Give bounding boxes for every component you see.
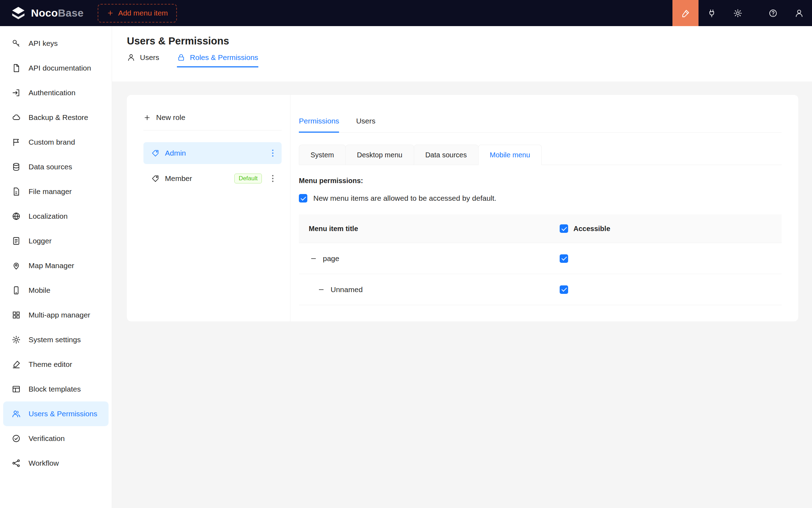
table-row: page — [299, 243, 782, 274]
sidebar-item-label: Map Manager — [29, 261, 74, 270]
question-circle-icon — [768, 8, 778, 18]
highlighter-icon — [681, 8, 690, 18]
logo-text-secondary: Base — [58, 7, 84, 19]
sidebar-item-map-manager[interactable]: Map Manager — [3, 253, 109, 278]
sidebar-item-block-templates[interactable]: Block templates — [3, 377, 109, 401]
sidebar-item-label: Mobile — [29, 286, 50, 295]
role-menu-button[interactable] — [267, 172, 278, 185]
page-tabs: Users Roles & Permissions — [127, 53, 812, 67]
collapse-icon[interactable] — [317, 286, 325, 294]
globe-icon — [12, 212, 21, 221]
sidebar-item-label: Multi-app manager — [29, 311, 90, 319]
sidebar-item-label: File manager — [29, 187, 72, 196]
subtab-mobile-menu[interactable]: Mobile menu — [478, 145, 542, 165]
default-access-label: New menu items are allowed to be accesse… — [313, 194, 496, 202]
file-icon — [12, 187, 21, 196]
column-header-label: Menu item title — [309, 225, 358, 233]
settings-button[interactable] — [725, 0, 751, 26]
sidebar-item-api-keys[interactable]: API keys — [3, 31, 109, 56]
ui-editor-button[interactable] — [672, 0, 699, 26]
gear-icon — [733, 8, 743, 18]
sidebar-item-custom-brand[interactable]: Custom brand — [3, 130, 109, 155]
role-item-admin[interactable]: Admin — [143, 142, 282, 164]
plus-icon — [143, 114, 151, 121]
top-navbar: NocoBase Add menu item — [0, 0, 812, 26]
role-detail-panel: Permissions Users System Desktop menu Da… — [290, 95, 798, 321]
sidebar-item-localization[interactable]: Localization — [3, 204, 109, 229]
tab-users[interactable]: Users — [127, 53, 159, 67]
sidebar-item-api-documentation[interactable]: API documentation — [3, 56, 109, 80]
plugin-manager-button[interactable] — [699, 0, 725, 26]
sidebar-item-file-manager[interactable]: File manager — [3, 179, 109, 204]
sidebar-item-users-permissions[interactable]: Users & Permissions — [3, 401, 109, 426]
nocobase-logo-icon — [11, 5, 26, 21]
sidebar-item-label: Localization — [29, 212, 68, 220]
column-header-label: Accessible — [573, 225, 610, 233]
tab-roles-permissions[interactable]: Roles & Permissions — [177, 53, 258, 67]
sidebar-item-logger[interactable]: Logger — [3, 229, 109, 253]
roles-permissions-card: New role Admin Member Default Permission… — [127, 95, 798, 321]
sidebar-item-label: API documentation — [29, 64, 91, 72]
menu-permissions-table: Menu item title Accessible page — [299, 214, 782, 305]
lock-icon — [177, 53, 185, 62]
tab-permissions[interactable]: Permissions — [299, 117, 339, 133]
default-badge: Default — [234, 174, 262, 183]
plug-icon — [707, 8, 716, 18]
user-icon — [127, 53, 135, 62]
more-vertical-icon — [272, 178, 274, 180]
logo-text-primary: Noco — [31, 7, 58, 19]
users-icon — [12, 409, 21, 418]
subtab-data-sources[interactable]: Data sources — [414, 145, 479, 165]
menu-item-title: Unnamed — [331, 285, 363, 294]
gear-icon — [12, 335, 21, 344]
permission-scope-tabs: System Desktop menu Data sources Mobile … — [299, 145, 782, 165]
plus-icon — [107, 10, 114, 17]
tab-role-users[interactable]: Users — [356, 117, 375, 133]
new-role-label: New role — [156, 113, 185, 122]
accessible-checkbox[interactable] — [560, 254, 568, 263]
collapse-icon[interactable] — [309, 255, 317, 262]
accessible-checkbox[interactable] — [560, 285, 568, 294]
roles-list-panel: New role Admin Member Default — [127, 95, 290, 321]
sidebar-item-multi-app-manager[interactable]: Multi-app manager — [3, 303, 109, 327]
add-menu-item-label: Add menu item — [118, 9, 168, 17]
menu-item-title-cell: Unnamed — [299, 285, 560, 294]
log-file-icon — [12, 236, 21, 246]
sidebar-item-data-sources[interactable]: Data sources — [3, 155, 109, 179]
accessible-cell — [560, 285, 568, 294]
sidebar-item-label: Block templates — [29, 385, 81, 393]
user-icon — [794, 8, 804, 18]
new-role-button[interactable]: New role — [143, 113, 282, 122]
sidebar-item-label: Logger — [29, 237, 51, 245]
subtab-system[interactable]: System — [299, 145, 346, 165]
accessible-all-checkbox[interactable] — [560, 224, 568, 233]
sidebar-item-label: Data sources — [29, 163, 72, 171]
theme-brush-icon — [12, 360, 21, 369]
sidebar-item-label: API keys — [29, 39, 58, 48]
column-menu-item-title: Menu item title — [299, 225, 560, 233]
sidebar-item-verification[interactable]: Verification — [3, 426, 109, 451]
add-menu-item-button[interactable]: Add menu item — [98, 4, 177, 23]
sidebar-item-authentication[interactable]: Authentication — [3, 80, 109, 105]
sidebar-item-theme-editor[interactable]: Theme editor — [3, 352, 109, 377]
sidebar-item-system-settings[interactable]: System settings — [3, 327, 109, 352]
help-button[interactable] — [760, 0, 786, 26]
default-access-checkbox[interactable] — [299, 194, 307, 202]
sidebar-item-backup-restore[interactable]: Backup & Restore — [3, 105, 109, 130]
subtab-desktop-menu[interactable]: Desktop menu — [345, 145, 414, 165]
sidebar-item-label: Authentication — [29, 89, 75, 97]
sidebar-item-label: Backup & Restore — [29, 113, 88, 122]
role-name: Member — [165, 174, 192, 183]
role-detail-tabs: Permissions Users — [299, 95, 782, 133]
sidebar-item-workflow[interactable]: Workflow — [3, 451, 109, 476]
tab-roles-permissions-label: Roles & Permissions — [190, 53, 258, 62]
user-menu-button[interactable] — [786, 0, 812, 26]
role-menu-button[interactable] — [267, 147, 278, 159]
more-vertical-icon — [272, 152, 274, 154]
login-icon — [12, 88, 21, 97]
key-icon — [12, 39, 21, 48]
menu-item-title: page — [323, 254, 339, 263]
nocobase-logo[interactable]: NocoBase — [0, 5, 84, 21]
sidebar-item-mobile[interactable]: Mobile — [3, 278, 109, 303]
role-item-member[interactable]: Member Default — [143, 168, 282, 189]
